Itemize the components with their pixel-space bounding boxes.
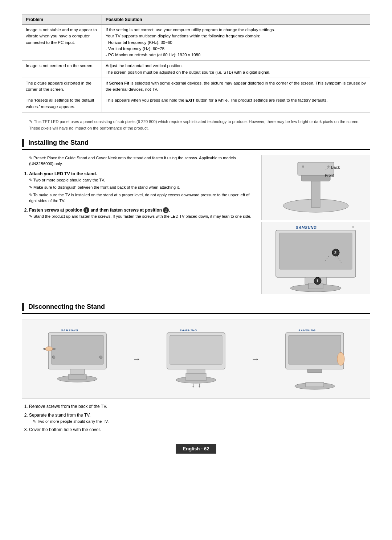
svg-point-5 [327,165,330,168]
disconnect-svg-2: SAMSUNG ↓ ↓ [160,326,232,392]
stand-svg-top: Back Front [269,159,363,217]
problem-cell: Image is not centered on the screen. [22,61,102,78]
disconnect-img-1: SAMSUNG [26,324,128,393]
disconnect-step-3: Cover the bottom hole with the cover. [29,426,370,433]
svg-text:↓: ↓ [198,381,201,389]
install-step-2: Fasten screws at position 1 and then fas… [29,207,254,220]
solution-cell: If the setting is not correct, use your … [102,25,370,61]
disconnect-img-3: SAMSUNG [264,324,366,393]
arrow-1: → [132,354,141,364]
svg-text:Front: Front [325,173,334,177]
disconnecting-section: Disconnecting the Stand SAMSUNG → [22,303,370,433]
disconnect-svg-1: SAMSUNG [41,326,114,392]
disconnecting-heading: Disconnecting the Stand [22,303,370,314]
preset-note: Preset: Place the Guide Stand and Cover … [29,155,254,167]
svg-text:SAMSUNG: SAMSUNG [296,226,317,230]
svg-text:SAMSUNG: SAMSUNG [61,329,78,332]
svg-rect-45 [307,369,322,373]
svg-rect-44 [289,335,341,364]
disconnect-steps: Remove screws from the back of the TV. S… [29,403,370,433]
table-row: The picture appears distorted in the cor… [22,78,370,95]
step1-note-3: To make sure the TV is installed on the … [29,192,254,204]
svg-point-33 [45,347,53,351]
svg-point-4 [302,165,304,168]
problem-cell: Image is not stable and may appear to vi… [22,25,102,61]
footer-badge: English - 62 [176,444,217,454]
svg-rect-36 [170,335,222,364]
step1-note-2: Make sure to distinguish between the fro… [29,184,254,191]
installing-heading: Installing the Stand [22,139,370,150]
installing-text: Preset: Place the Guide Stand and Cover … [22,155,254,294]
disconnect-step2-note: Two or more people should carry the TV. [33,418,370,425]
stand-diagram-bottom: SAMSUNG ® 2 [261,222,370,294]
svg-rect-13 [279,233,352,269]
stand-diagram-top: Back Front [261,155,370,220]
disconnect-img-2: SAMSUNG ↓ ↓ [144,324,247,393]
svg-rect-1 [311,179,320,208]
disconnect-images: SAMSUNG → SAMSUNG [22,319,370,399]
problem-cell: The picture appears distorted in the cor… [22,78,102,95]
installing-section: Installing the Stand Preset: Place the G… [22,139,370,294]
svg-rect-48 [306,382,324,387]
tft-note: This TFT LED panel uses a panel consisti… [29,118,370,132]
disconnect-step-1: Remove screws from the back of the TV. [29,403,370,410]
table-row: Image is not centered on the screen. Adj… [22,61,370,78]
svg-text:↓: ↓ [192,381,195,389]
stand-svg-bottom: SAMSUNG ® 2 [265,224,367,292]
table-header-problem: Problem [22,15,102,25]
svg-text:®: ® [352,225,354,229]
step2-notes: Stand the product up and fasten the scre… [29,213,254,220]
installing-images: Back Front SAMSUNG ® [261,155,370,294]
svg-rect-28 [68,375,86,379]
problem-cell: The 'Resets all settings to the default … [22,95,102,112]
table-header-solution: Possible Solution [102,15,370,25]
svg-text:2: 2 [334,250,336,255]
disconnect-svg-3: SAMSUNG [278,326,351,392]
svg-rect-26 [70,369,85,374]
svg-point-46 [337,352,344,365]
install-steps: Attach your LED TV to the stand. Two or … [29,171,254,220]
table-row: The 'Resets all settings to the default … [22,95,370,112]
step1-note-1: Two or more people should carry the TV. [29,177,254,183]
step2-note-1: Stand the product up and fasten the scre… [29,213,254,220]
arrow-2: → [251,354,260,364]
svg-point-32 [99,356,102,359]
page-footer: English - 62 [22,444,370,454]
svg-text:1: 1 [316,279,318,283]
solution-cell: Adjust the horizontal and vertical posit… [102,61,370,78]
disconnect-step-2: Separate the stand from the TV. Two or m… [29,412,370,425]
step1-notes: Two or more people should carry the TV. … [29,177,254,204]
svg-rect-39 [186,373,206,381]
solution-cell: If Screen Fit is selected with some exte… [102,78,370,95]
solution-cell: This appears when you press and hold the… [102,95,370,112]
table-row: Image is not stable and may appear to vi… [22,25,370,61]
svg-text:Back: Back [331,165,340,169]
svg-text:SAMSUNG: SAMSUNG [298,329,316,332]
installing-content: Preset: Place the Guide Stand and Cover … [22,155,370,294]
svg-marker-30 [42,348,45,350]
troubleshooting-table: Problem Possible Solution Image is not s… [22,15,370,112]
svg-rect-25 [51,335,103,364]
install-step-1: Attach your LED TV to the stand. Two or … [29,171,254,204]
svg-text:SAMSUNG: SAMSUNG [180,329,197,332]
svg-point-31 [52,356,55,359]
